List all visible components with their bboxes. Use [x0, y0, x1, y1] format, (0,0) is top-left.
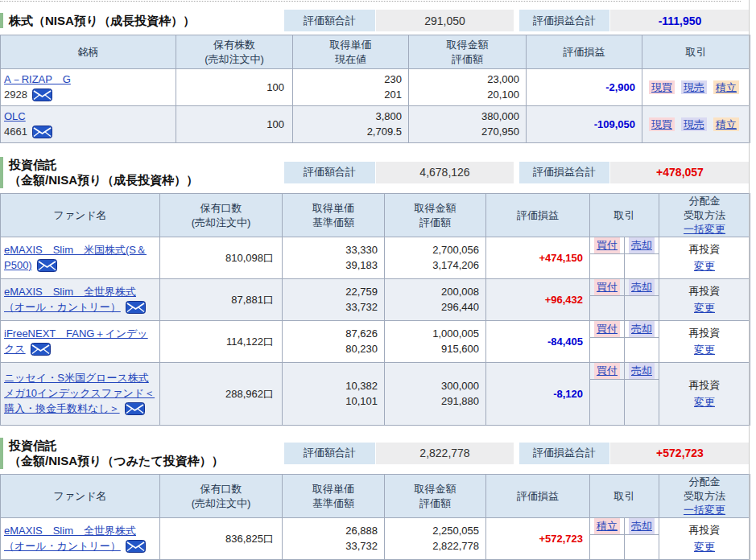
col-header-amount: 取得金額評価額	[385, 194, 486, 237]
quantity-cell: 100	[176, 106, 293, 143]
col-header-unit-price: 取得単価基準価額	[283, 475, 385, 518]
table-row: OLC 4661 100 3,8002,709.5 380,000270,950…	[1, 106, 750, 143]
stock-name-link[interactable]: OLC	[4, 110, 26, 122]
units-cell: 114,122口	[160, 321, 283, 363]
sell-link[interactable]: 売却	[629, 279, 655, 295]
col-header-distribution: 分配金受取方法一括変更	[659, 475, 750, 518]
sell-subcell: 売却	[625, 237, 659, 279]
mail-icon[interactable]	[126, 301, 146, 314]
tsumitate-link[interactable]: 積立	[713, 80, 739, 94]
total-value: 4,678,126	[376, 162, 514, 183]
cash-sell-link[interactable]: 現売	[681, 117, 707, 131]
mail-icon[interactable]	[31, 343, 51, 356]
mail-icon[interactable]	[37, 259, 57, 272]
section-title-line: 株式（NISA預り（成長投資枠））	[9, 13, 195, 29]
pl-cell: -2,900	[527, 69, 642, 106]
mail-icon[interactable]	[32, 126, 52, 138]
tsumitate-link[interactable]: 積立	[594, 518, 620, 534]
amount-cell: 200,008296,440	[385, 279, 486, 321]
amount-cell: 380,000270,950	[409, 106, 527, 143]
distribution-cell: 再投資変更	[659, 363, 750, 426]
buy-subcell: 買付	[590, 237, 625, 279]
buy-link[interactable]: 買付	[594, 237, 620, 253]
amount-cell: 2,700,0563,174,206	[385, 237, 486, 279]
col-header-trade: 取引	[590, 194, 659, 237]
distribution-cell: 再投資変更	[659, 279, 750, 321]
fund-name-link[interactable]: eMAXIS Slim 全世界株式（オール・カントリー）	[4, 286, 136, 313]
mail-icon[interactable]	[125, 402, 145, 415]
bulk-change-link[interactable]: 一括変更	[684, 223, 725, 235]
cash-buy-link[interactable]: 現買	[649, 117, 675, 131]
change-link[interactable]: 変更	[694, 541, 715, 553]
distribution-method: 再投資	[659, 377, 750, 394]
sell-subcell: 売却	[625, 518, 659, 560]
sell-link[interactable]: 売却	[629, 518, 655, 534]
total-value-label: 評価額合計	[284, 443, 375, 464]
trade-cell: 現買現売積立	[642, 106, 750, 143]
col-header-unit-price: 取得単価現在値	[293, 35, 409, 69]
unit-price-cell: 33,33039,183	[283, 237, 385, 279]
quantity-cell: 100	[176, 69, 293, 106]
top-dotted-divider	[0, 1, 741, 2]
unit-price-cell: 3,8002,709.5	[293, 106, 409, 143]
cash-sell-link[interactable]: 現売	[681, 80, 707, 94]
sell-link[interactable]: 売却	[629, 237, 655, 253]
units-cell: 836,825口	[160, 518, 283, 560]
table-row: eMAXIS Slim 全世界株式（オール・カントリー） 836,825口 26…	[1, 518, 750, 560]
buy-link[interactable]: 買付	[594, 363, 620, 379]
change-link[interactable]: 変更	[694, 260, 715, 272]
buy-link[interactable]: 買付	[594, 279, 620, 295]
buy-subcell: 買付	[590, 363, 625, 426]
amount-cell: 300,000291,880	[385, 363, 486, 426]
col-header-units: 保有口数(売却注文中)	[160, 194, 283, 237]
unit-price-cell: 87,62680,230	[283, 321, 385, 363]
sell-subcell: 売却	[625, 279, 659, 321]
mail-icon[interactable]	[126, 540, 146, 553]
pl-cell: +572,723	[486, 518, 590, 560]
tsumitate-subcell: 積立	[590, 518, 625, 560]
unit-price-cell: 230201	[293, 69, 409, 106]
summary-bar-funds-tsumitate: 評価額合計 2,822,778 評価損益合計 +572,723	[284, 443, 750, 464]
change-link[interactable]: 変更	[694, 344, 715, 356]
change-link[interactable]: 変更	[694, 302, 715, 314]
sell-subcell: 売却	[625, 363, 659, 426]
funds-growth-table: ファンド名 保有口数(売却注文中) 取得単価基準価額 取得金額評価額 評価損益 …	[0, 193, 750, 426]
mail-icon[interactable]	[32, 89, 52, 101]
col-header-fund-name: ファンド名	[1, 194, 160, 237]
change-link[interactable]: 変更	[694, 396, 715, 408]
stock-code: 4661	[4, 126, 27, 138]
fund-name-link[interactable]: eMAXIS Slim 米国株式(S＆P500)	[4, 244, 147, 271]
col-header-pl: 評価損益	[486, 475, 590, 518]
summary-bar-stocks: 評価額合計 291,050 評価損益合計 -111,950	[284, 10, 750, 31]
total-pl-value: +572,723	[610, 443, 750, 464]
pl-cell: -84,405	[486, 321, 590, 363]
section-title-line: 投資信託	[9, 157, 198, 173]
section-title-funds-growth: 投資信託 （金額/NISA預り（成長投資枠））	[0, 157, 198, 188]
sell-subcell: 売却	[625, 321, 659, 363]
pl-cell: +96,432	[486, 279, 590, 321]
total-value: 291,050	[376, 10, 514, 31]
sell-link[interactable]: 売却	[629, 363, 655, 379]
amount-cell: 23,00020,100	[409, 69, 527, 106]
section-title-funds-tsumitate: 投資信託 （金額/NISA預り（つみたて投資枠））	[0, 438, 224, 469]
col-header-amount: 取得金額評価額	[385, 475, 486, 518]
section-title-stocks: 株式（NISA預り（成長投資枠））	[0, 13, 195, 29]
stock-code: 2928	[4, 89, 27, 101]
tsumitate-link[interactable]: 積立	[713, 117, 739, 131]
stocks-table-header-row: 銘柄 保有株数(売却注文中) 取得単価現在値 取得金額評価額 評価損益 取引	[1, 35, 750, 69]
buy-link[interactable]: 買付	[594, 321, 620, 337]
content-right-border	[749, 0, 750, 560]
sell-link[interactable]: 売却	[629, 321, 655, 337]
cash-buy-link[interactable]: 現買	[649, 80, 675, 94]
table-row: eMAXIS Slim 全世界株式（オール・カントリー） 87,881口 22,…	[1, 279, 750, 321]
unit-price-cell: 26,88833,732	[283, 518, 385, 560]
col-header-trade: 取引	[642, 35, 750, 69]
bulk-change-link[interactable]: 一括変更	[684, 504, 725, 516]
col-header-fund-name: ファンド名	[1, 475, 160, 518]
col-header-quantity: 保有株数(売却注文中)	[176, 35, 293, 69]
total-value-label: 評価額合計	[284, 10, 375, 31]
stock-name-link[interactable]: A－RIZAP G	[4, 73, 71, 85]
total-pl-label: 評価損益合計	[519, 443, 609, 464]
fund-name-link[interactable]: eMAXIS Slim 全世界株式（オール・カントリー）	[4, 525, 136, 552]
fund-name-link[interactable]: iFreeNEXT FANG＋インデックス	[4, 327, 148, 355]
